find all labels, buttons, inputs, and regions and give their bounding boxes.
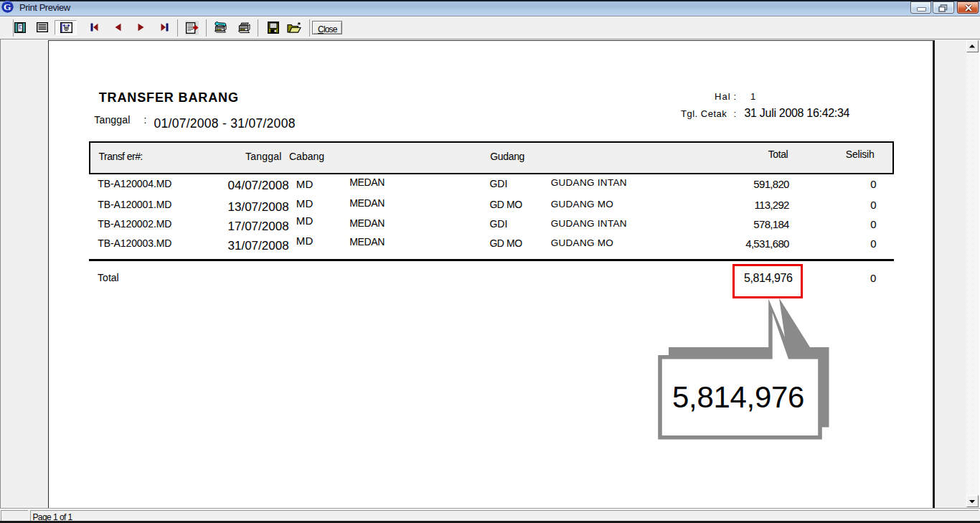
svg-text:G: G <box>4 2 11 13</box>
